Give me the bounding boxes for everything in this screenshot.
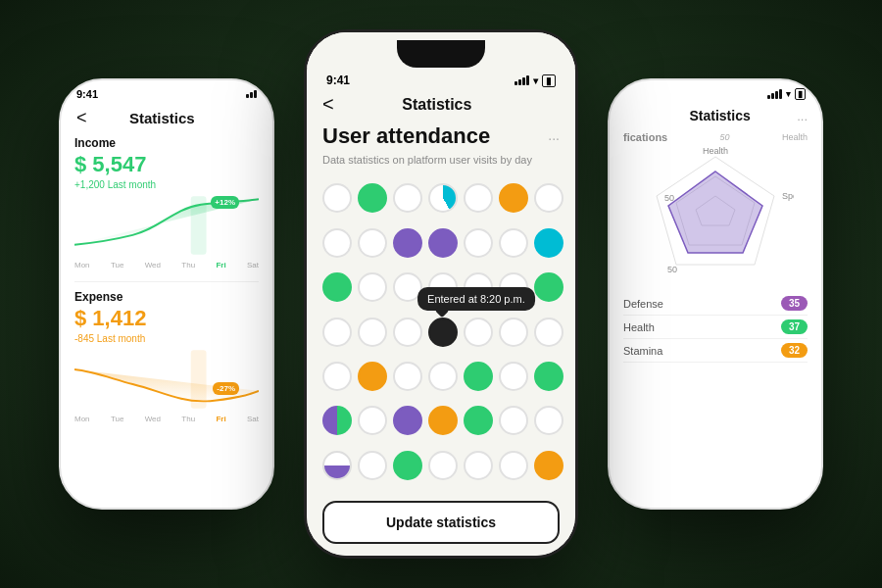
dot-r2c7 [534,228,564,258]
dot-r6c2 [358,406,387,435]
battery-icon-right: ▮ [795,88,806,100]
expense-amount: $ 1,412 [74,306,259,331]
dot-r2c1 [322,228,352,258]
dot-r1c1 [322,183,352,213]
dot-r5c3 [393,362,422,391]
left-phone: 9:41 < Statistics Income $ 5,547 +1,200 … [59,78,274,510]
stat-health-name: Health [623,321,655,333]
svg-text:Speed: Speed [782,191,794,201]
stat-item-stamina: Stamina 32 [623,339,808,363]
stats-list: Defense 35 Health 37 Stamina 32 [623,292,808,363]
right-status-bar: ▾ ▮ [610,80,821,104]
dot-r3c7 [534,272,564,302]
income-badge: +12% [211,196,239,209]
svg-marker-9 [668,172,762,253]
dot-grid: Entered at 8:20 p.m. [322,179,560,493]
dot-r7c7 [534,451,564,480]
stat-item-health: Health 37 [623,316,808,339]
dot-r4c3 [393,318,422,347]
center-back-button[interactable]: < [322,93,334,116]
dot-r2c5 [464,228,493,258]
left-nav-header: < Statistics [61,104,272,136]
dot-r5c7 [534,362,564,391]
dot-r4c6 [499,318,528,347]
svg-text:Health: Health [703,147,728,156]
svg-rect-0 [191,196,207,254]
income-chart: +12% [74,196,259,255]
expense-badge: -27% [213,382,239,395]
attendance-tooltip: Entered at 8:20 p.m. [417,287,535,311]
stat-stamina-value: 32 [781,343,808,358]
right-phone: ▾ ▮ Statistics ... fications 50 Health [608,78,823,510]
signal-icon-right [767,89,782,99]
income-amount: $ 5,547 [74,152,259,177]
more-icon-center[interactable]: ... [548,127,560,143]
dot-r3c2 [358,272,387,302]
dot-r6c3 [393,406,422,435]
dot-r2c4 [428,228,458,258]
left-nav-title: Statistics [129,110,195,126]
dot-r4c4-selected [428,318,458,347]
expense-section: Expense $ 1,412 -845 Last month [74,290,259,423]
dot-r3c1 [322,272,352,302]
right-nav-title: Statistics [689,108,750,123]
signal-icon-center [514,75,529,85]
center-nav-header: < Statistics [307,89,575,123]
stat-item-defense: Defense 35 [623,292,808,316]
phone-notch [397,40,485,68]
wifi-icon-center: ▾ [533,75,538,86]
dot-r7c1 [322,451,352,480]
svg-text:50: 50 [667,265,677,274]
dot-r1c7 [534,183,564,213]
dot-r5c2 [358,362,387,391]
dot-r1c3 [393,183,422,213]
stat-defense-name: Defense [623,298,663,310]
expense-days: MonTueWedThuFriSat [74,415,259,423]
notifications-label: fications [623,131,667,143]
center-phone: 9:41 ▾ ▮ < Statistics User attendance Da… [304,29,578,559]
dot-r5c6 [499,362,528,391]
dot-r6c6 [499,406,528,435]
dot-r2c6 [499,228,528,258]
stat-stamina-name: Stamina [623,345,662,357]
dot-r5c1 [322,362,352,391]
dot-r7c5 [464,451,493,480]
dot-r6c7 [534,406,564,435]
center-nav-title: Statistics [402,96,471,114]
dot-r6c1 [322,406,352,435]
dot-r6c5 [464,406,493,435]
more-icon-right[interactable]: ... [797,109,808,123]
stat-defense-value: 35 [781,296,808,311]
dot-r4c2 [358,318,387,347]
section-subtitle: Data statistics on platform user visits … [322,153,532,168]
dot-r1c5 [464,183,493,213]
dot-r7c6 [499,451,528,480]
income-label: Income [74,136,259,150]
dot-r1c2 [358,183,387,213]
dot-r4c1 [322,318,352,347]
income-change: +1,200 Last month [74,179,259,190]
stat-health-value: 37 [781,319,808,334]
signal-icon [246,90,257,98]
dot-r5c4 [428,362,458,391]
center-content: User attendance Data statistics on platf… [307,123,575,556]
svg-rect-1 [191,350,207,408]
dot-r7c2 [358,451,387,480]
dot-r2c2 [358,228,387,258]
expense-chart: -27% [74,350,259,409]
dot-r1c6 [499,183,528,213]
update-statistics-button[interactable]: Update statistics [322,501,560,544]
left-time: 9:41 [76,88,98,100]
dot-r7c3 [393,451,422,480]
left-back-button[interactable]: < [76,108,87,128]
expense-change: -845 Last month [74,333,259,344]
center-time: 9:41 [326,74,350,87]
battery-icon-center: ▮ [542,74,556,87]
income-section: Income $ 5,547 +1,200 Last month [74,136,259,270]
left-content: Income $ 5,547 +1,200 Last month [61,136,272,508]
right-nav-header: Statistics ... [610,104,821,131]
dot-r1c4 [428,183,458,213]
dot-r6c4 [428,406,458,435]
dot-r4c7 [534,318,564,347]
dot-r2c3 [393,228,422,258]
